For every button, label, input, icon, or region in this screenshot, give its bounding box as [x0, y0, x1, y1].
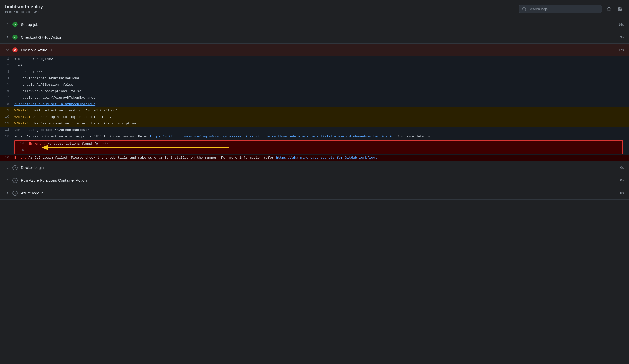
log-line: 11 WARNING: Use 'az account set' to set … — [0, 120, 629, 127]
job-duration-docker: 0s — [620, 166, 624, 170]
line-content: enable-AzPSSession: false — [14, 82, 624, 88]
line-content: environment: AzureChinaCloud — [14, 76, 624, 81]
workflow-subtitle: failed 5 hours ago in 34s — [5, 10, 43, 14]
log-link[interactable]: https://aka.ms/create-secrets-for-GitHub… — [276, 156, 377, 160]
job-row-docker[interactable]: Docker Login 0s — [0, 161, 629, 174]
log-line: 4 environment: AzureChinaCloud — [0, 75, 629, 82]
log-link[interactable]: https://github.com/azure/login#configure… — [150, 134, 396, 138]
svg-point-0 — [619, 8, 621, 10]
job-duration-logout: 0s — [620, 191, 624, 195]
job-row-left: Checkout GitHub Action — [5, 35, 62, 40]
chevron-right-icon — [5, 178, 9, 183]
job-row-left: Run Azure Functions Container Action — [5, 178, 87, 183]
line-content: with: — [14, 63, 624, 69]
status-skipped-icon — [12, 165, 18, 170]
job-row-azure[interactable]: Login via Azure CLI 17s — [0, 44, 629, 56]
search-icon — [522, 7, 526, 11]
job-name-azure: Login via Azure CLI — [21, 48, 55, 52]
svg-point-5 — [15, 193, 16, 194]
log-line: 3 creds: *** — [0, 69, 629, 76]
job-list: Set up job 14s Checkout GitHub Action 3s — [0, 18, 629, 200]
header-left: build-and-deploy failed 5 hours ago in 3… — [5, 4, 43, 14]
search-box[interactable]: Search logs — [519, 5, 602, 13]
svg-point-3 — [15, 167, 16, 168]
log-line: 9 WARNING: Switched active cloud to 'Azu… — [0, 107, 629, 114]
job-name-docker: Docker Login — [21, 165, 44, 170]
line-number: 15 — [15, 148, 29, 152]
job-name-logout: Azure logout — [21, 191, 43, 195]
line-number: 10 — [0, 114, 14, 119]
log-line: 7 audience: api://AzureADTokenExchange — [0, 95, 629, 101]
line-number: 5 — [0, 82, 14, 86]
refresh-icon — [607, 7, 611, 11]
log-line: 13 Note: Azure/login action also support… — [0, 133, 629, 140]
job-duration-functions: 0s — [620, 178, 624, 182]
chevron-right-icon — [5, 166, 9, 170]
job-duration-azure: 17s — [618, 48, 624, 52]
error-box: 14 Error: : No subscriptions found for *… — [14, 140, 623, 154]
chevron-right-icon — [5, 191, 9, 195]
chevron-right-icon — [5, 35, 9, 39]
job-name-checkout: Checkout GitHub Action — [21, 35, 62, 39]
line-content: creds: *** — [14, 70, 624, 75]
status-success-icon — [12, 22, 18, 27]
job-section-azure: Login via Azure CLI 17s 1 ▼ Run azure/lo… — [0, 44, 629, 161]
line-content: Note: Azure/login action also supports O… — [14, 134, 624, 139]
job-name-setup: Set up job — [21, 22, 38, 27]
settings-icon — [618, 7, 622, 11]
log-line: 1 ▼ Run azure/login@v1 — [0, 56, 629, 63]
line-number: 6 — [0, 89, 14, 93]
header: build-and-deploy failed 5 hours ago in 3… — [0, 0, 629, 18]
line-content: audience: api://AzureADTokenExchange — [14, 95, 624, 101]
line-number: 3 — [0, 70, 14, 74]
log-line: 10 WARNING: Use 'az login' to log in to … — [0, 114, 629, 120]
job-row-setup[interactable]: Set up job 14s — [0, 18, 629, 31]
log-line: 5 enable-AzPSSession: false — [0, 82, 629, 88]
job-row-logout[interactable]: Azure logout 0s — [0, 187, 629, 200]
line-number: 9 — [0, 108, 14, 112]
log-line: 15 — [15, 147, 622, 154]
svg-point-4 — [15, 180, 16, 181]
status-error-icon — [12, 47, 18, 52]
line-number: 12 — [0, 127, 14, 132]
line-number: 11 — [0, 121, 14, 125]
line-content: WARNING: Switched active cloud to 'Azure… — [14, 108, 624, 113]
workflow-title: build-and-deploy — [5, 4, 43, 10]
log-link[interactable]: /usr/bin/az cloud set -n azurechinacloud — [14, 102, 95, 106]
line-number: 8 — [0, 102, 14, 106]
line-content: ▼ Run azure/login@v1 — [14, 57, 624, 62]
line-content: allow-no-subscriptions: false — [14, 89, 624, 94]
line-content — [29, 148, 619, 153]
log-line: 16 Error: Az CLI Login failed. Please ch… — [0, 155, 629, 161]
job-duration-setup: 14s — [618, 23, 624, 26]
line-number: 2 — [0, 63, 14, 67]
error-box-wrapper: 14 Error: : No subscriptions found for *… — [0, 140, 629, 155]
log-line: 8 /usr/bin/az cloud set -n azurechinaclo… — [0, 101, 629, 108]
log-line: 14 Error: : No subscriptions found for *… — [15, 141, 622, 147]
status-success-icon — [12, 35, 18, 40]
line-number: 4 — [0, 76, 14, 80]
job-row-functions[interactable]: Run Azure Functions Container Action 0s — [0, 174, 629, 187]
status-skipped-icon — [12, 191, 18, 196]
settings-button[interactable] — [616, 5, 624, 13]
search-placeholder: Search logs — [528, 7, 548, 11]
line-content: Error: Az CLI Login failed. Please check… — [14, 155, 624, 161]
line-number: 13 — [0, 134, 14, 138]
job-name-functions: Run Azure Functions Container Action — [21, 178, 87, 183]
job-row-left: Docker Login — [5, 165, 44, 170]
log-line: 12 Done setting cloud: "azurechinacloud" — [0, 127, 629, 133]
line-content: WARNING: Use 'az login' to log in to thi… — [14, 114, 624, 120]
line-content: Error: : No subscriptions found for ***. — [29, 141, 619, 147]
chevron-right-icon — [5, 22, 9, 26]
job-row-checkout[interactable]: Checkout GitHub Action 3s — [0, 31, 629, 44]
job-duration-checkout: 3s — [620, 35, 624, 39]
refresh-button[interactable] — [605, 5, 613, 13]
line-content: /usr/bin/az cloud set -n azurechinacloud — [14, 102, 624, 107]
line-content: Done setting cloud: "azurechinacloud" — [14, 127, 624, 133]
job-row-left: Set up job — [5, 22, 38, 27]
log-line: 2 with: — [0, 63, 629, 69]
line-number: 7 — [0, 95, 14, 99]
line-content: WARNING: Use 'az account set' to set the… — [14, 121, 624, 126]
log-line: 6 allow-no-subscriptions: false — [0, 88, 629, 95]
line-number: 16 — [0, 155, 14, 159]
